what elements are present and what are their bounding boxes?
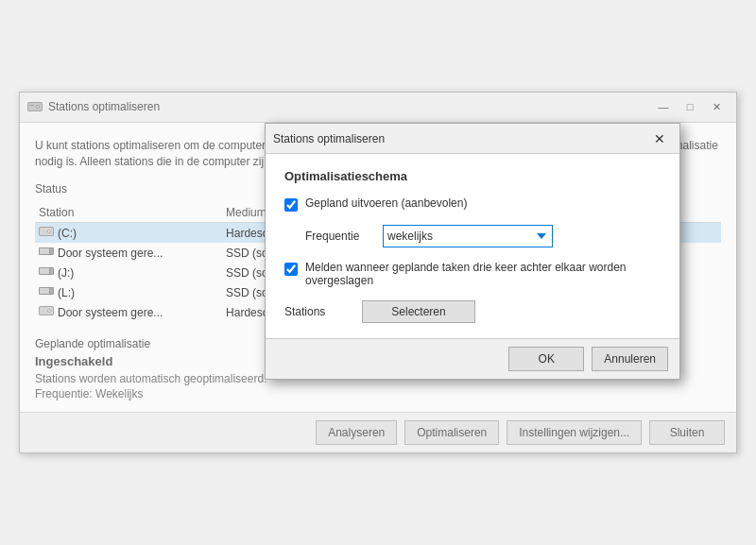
station-name: (C:) xyxy=(58,227,77,240)
svg-rect-13 xyxy=(40,268,49,274)
col-station: Station xyxy=(35,203,222,223)
cell-station: (C:) xyxy=(35,223,222,244)
cell-station: (L:) xyxy=(35,282,222,302)
svg-point-8 xyxy=(48,230,50,232)
analyze-button[interactable]: Analyseren xyxy=(316,420,397,445)
checkbox1-label: Gepland uitvoeren (aanbevolen) xyxy=(305,196,467,210)
dialog-ok-button[interactable]: OK xyxy=(508,347,584,371)
minimize-button[interactable]: — xyxy=(651,97,676,116)
svg-rect-15 xyxy=(39,287,54,295)
svg-point-21 xyxy=(48,310,50,312)
dialog-title: Stations optimaliseren xyxy=(273,132,385,145)
checkbox2-row: Melden wanneer geplande taken drie keer … xyxy=(284,261,661,287)
optimize-button[interactable]: Optimaliseren xyxy=(404,420,499,445)
main-bottom-bar: Analyseren Optimaliseren Instellingen wi… xyxy=(20,412,736,452)
stations-row: Stations Selecteren xyxy=(284,300,661,323)
svg-rect-17 xyxy=(50,288,53,294)
svg-rect-16 xyxy=(40,288,49,294)
maximize-button[interactable]: □ xyxy=(678,97,702,116)
svg-rect-6 xyxy=(40,228,53,235)
station-name: (J:) xyxy=(58,266,74,280)
dialog-title-bar: Stations optimaliseren ✕ xyxy=(266,124,679,154)
svg-point-4 xyxy=(37,106,39,108)
ssd-icon xyxy=(39,286,54,299)
dialog-close-button[interactable]: ✕ xyxy=(647,129,672,148)
window-controls: — □ ✕ xyxy=(651,97,729,116)
checkbox2-label: Melden wanneer geplande taken drie keer … xyxy=(305,261,661,287)
checkbox1-row: Gepland uitvoeren (aanbevolen) xyxy=(284,196,661,212)
notify-checkbox[interactable] xyxy=(284,263,298,276)
frequency-row: Frequentie dagelijks wekelijks maandelij… xyxy=(305,225,661,247)
dialog-bottom-bar: OK Annuleren xyxy=(266,338,679,379)
svg-rect-19 xyxy=(40,307,53,315)
svg-rect-2 xyxy=(29,105,34,106)
schedule-dialog: Stations optimaliseren ✕ Optimalisatiesc… xyxy=(265,123,680,380)
dialog-cancel-button[interactable]: Annuleren xyxy=(592,347,668,371)
scheduled-freq: Frequentie: Wekelijks xyxy=(35,387,721,400)
frequency-select[interactable]: dagelijks wekelijks maandelijks xyxy=(383,225,553,247)
station-name: (L:) xyxy=(58,286,75,299)
close-button[interactable]: ✕ xyxy=(704,97,729,116)
dialog-content: Optimalisatieschema Gepland uitvoeren (a… xyxy=(266,154,679,338)
main-title-bar: Stations optimaliseren — □ ✕ xyxy=(20,93,736,123)
svg-point-3 xyxy=(36,105,40,109)
svg-rect-11 xyxy=(50,248,53,254)
svg-rect-18 xyxy=(39,306,54,315)
cell-station: Door systeem gere... xyxy=(35,243,222,263)
scheduled-run-checkbox[interactable] xyxy=(284,198,298,212)
svg-rect-12 xyxy=(39,267,54,275)
hdd-icon xyxy=(39,227,54,240)
dialog-section-title: Optimalisatieschema xyxy=(284,169,661,183)
station-name: Door systeem gere... xyxy=(58,306,163,319)
svg-point-7 xyxy=(47,230,51,233)
main-close-button[interactable]: Sluiten xyxy=(649,420,725,445)
select-drives-button[interactable]: Selecteren xyxy=(362,300,475,323)
svg-rect-9 xyxy=(39,247,54,255)
window-icon xyxy=(27,99,43,114)
station-name: Door systeem gere... xyxy=(58,247,163,260)
svg-rect-1 xyxy=(28,103,42,111)
svg-rect-10 xyxy=(40,248,49,254)
svg-point-20 xyxy=(47,309,51,313)
ssd-icon xyxy=(39,266,54,280)
ssd-icon xyxy=(39,247,54,260)
cell-station: Door systeem gere... xyxy=(35,302,222,322)
svg-rect-5 xyxy=(39,227,54,236)
frequency-label: Frequentie xyxy=(305,230,371,243)
settings-button[interactable]: Instellingen wijzigen... xyxy=(507,420,642,445)
stations-label: Stations xyxy=(284,305,351,318)
svg-rect-14 xyxy=(50,268,53,274)
main-window-title: Stations optimaliseren xyxy=(48,100,160,113)
svg-rect-0 xyxy=(27,102,43,111)
ssd-icon xyxy=(39,306,54,319)
cell-station: (J:) xyxy=(35,263,222,282)
